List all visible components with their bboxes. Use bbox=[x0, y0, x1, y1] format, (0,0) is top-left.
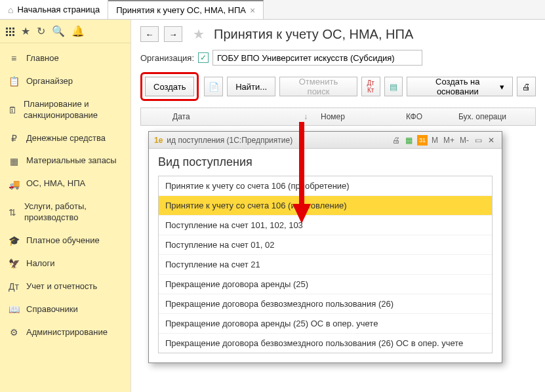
close-icon[interactable]: ✕ bbox=[486, 135, 496, 146]
sidebar-item-icon: 📋 bbox=[8, 76, 20, 87]
create-based-on-button[interactable]: Создать на основании ▾ bbox=[407, 77, 513, 96]
sidebar-item-icon: 🚚 bbox=[8, 179, 20, 189]
create-button[interactable]: Создать bbox=[145, 77, 194, 96]
sidebar-item-icon: 📖 bbox=[8, 304, 20, 315]
modal-titlebar: 1e ид поступления (1С:Предприятие) 🖨 ▦ 3… bbox=[149, 132, 502, 149]
grid-icon[interactable]: ▦ bbox=[404, 135, 414, 146]
sidebar-item[interactable]: 🎓Платное обучение bbox=[0, 229, 131, 252]
minimize-icon[interactable]: ▭ bbox=[473, 135, 483, 146]
organization-label: Организация: bbox=[140, 53, 194, 63]
sidebar-item-icon: 🦅 bbox=[8, 258, 20, 269]
column-kfo[interactable]: КФО bbox=[399, 112, 452, 121]
favorite-star-icon[interactable]: ★ bbox=[193, 26, 205, 42]
sidebar-item-icon: ⚙ bbox=[8, 327, 20, 338]
modal-list-item[interactable]: Прекращение договора безвозмездного поль… bbox=[159, 294, 492, 314]
column-date[interactable]: Дата bbox=[166, 112, 297, 121]
sidebar-item[interactable]: 🚚ОС, НМА, НПА bbox=[0, 172, 131, 195]
modal-list-item[interactable]: Поступление на счет 01, 02 bbox=[159, 235, 492, 255]
sidebar-item[interactable]: 🗓Планирование и санкционирование bbox=[0, 93, 131, 127]
tab-bar: ⌂ Начальная страница Принятия к учету ОС… bbox=[0, 0, 545, 20]
sidebar-item[interactable]: ≡Главное bbox=[0, 47, 131, 70]
sidebar: ★ ↻ 🔍 🔔 ≡Главное📋Органайзер🗓Планирование… bbox=[0, 20, 131, 392]
sidebar-item-label: Учет и отчетность bbox=[26, 281, 97, 292]
cancel-search-button[interactable]: Отменить поиск bbox=[279, 77, 357, 96]
sidebar-item-label: Материальные запасы bbox=[26, 155, 117, 167]
m-plus-button[interactable]: M+ bbox=[442, 136, 456, 145]
copy-button[interactable]: 📄 bbox=[204, 77, 223, 96]
sidebar-item-label: Органайзер bbox=[26, 76, 73, 87]
sidebar-item[interactable]: ₽Денежные средства bbox=[0, 127, 131, 150]
modal-list-item[interactable]: Прекращение договора безвозмездного поль… bbox=[159, 334, 492, 353]
sidebar-item-icon: Дт bbox=[8, 281, 20, 292]
sort-arrow-icon: ↓ bbox=[297, 112, 314, 121]
modal-list-item[interactable]: Прекращение договора аренды (25) ОС в оп… bbox=[159, 314, 492, 334]
calendar-icon[interactable]: 31 bbox=[417, 135, 428, 146]
favorite-icon[interactable]: ★ bbox=[21, 25, 30, 37]
sidebar-item-label: Платное обучение bbox=[26, 235, 100, 246]
tab-home[interactable]: ⌂ Начальная страница bbox=[0, 0, 108, 19]
modal-list-item[interactable]: Принятие к учету со счета 106 (приобрете… bbox=[159, 176, 492, 196]
home-icon: ⌂ bbox=[8, 5, 13, 15]
page-title: Принятия к учету ОС, НМА, НПА bbox=[214, 27, 413, 42]
sidebar-item-icon: 🎓 bbox=[8, 235, 20, 246]
create-button-highlight: Создать bbox=[140, 72, 199, 101]
sidebar-item-icon: ₽ bbox=[8, 133, 20, 144]
sidebar-item-label: Денежные средства bbox=[26, 133, 106, 144]
m-button[interactable]: M bbox=[430, 136, 439, 145]
modal-heading: Вид поступления bbox=[158, 155, 493, 169]
organization-check-icon[interactable]: ✓ bbox=[198, 52, 209, 63]
m-minus-button[interactable]: M- bbox=[458, 136, 470, 145]
sidebar-item-label: Планирование и санкционирование bbox=[24, 99, 123, 121]
sidebar-item-label: Справочники bbox=[26, 304, 78, 315]
app-logo-icon: 1e bbox=[154, 136, 163, 145]
close-icon[interactable]: × bbox=[250, 5, 255, 16]
forward-button[interactable]: → bbox=[164, 26, 182, 42]
sidebar-item-icon: 🗓 bbox=[8, 105, 17, 115]
modal-list-item[interactable]: Поступление на счет 101, 102, 103 bbox=[159, 216, 492, 235]
modal-list-item[interactable]: Поступление на счет 21 bbox=[159, 255, 492, 275]
sidebar-item[interactable]: 🦅Налоги bbox=[0, 252, 131, 275]
sidebar-item[interactable]: 📋Органайзер bbox=[0, 70, 131, 93]
history-icon[interactable]: ↻ bbox=[37, 25, 45, 37]
sidebar-item[interactable]: ДтУчет и отчетность bbox=[0, 275, 131, 298]
print-button[interactable]: 🖨 bbox=[517, 77, 536, 96]
sidebar-item[interactable]: ▦Материальные запасы bbox=[0, 149, 131, 172]
tab-label: Начальная страница bbox=[17, 5, 100, 14]
print-icon[interactable]: 🖨 bbox=[391, 135, 401, 146]
sidebar-item-icon: ≡ bbox=[8, 53, 20, 64]
table-header: Дата ↓ Номер КФО Бух. операци bbox=[140, 108, 536, 126]
modal-dialog: 1e ид поступления (1С:Предприятие) 🖨 ▦ 3… bbox=[148, 131, 502, 363]
organization-input[interactable] bbox=[212, 50, 422, 66]
sidebar-item-label: ОС, НМА, НПА bbox=[26, 178, 85, 189]
sidebar-item-label: Администрирование bbox=[26, 327, 108, 338]
sidebar-item[interactable]: ⚙Администрирование bbox=[0, 321, 131, 344]
apps-icon[interactable] bbox=[5, 27, 14, 36]
sidebar-item-label: Налоги bbox=[26, 258, 55, 269]
modal-list-item[interactable]: Принятие к учету со счета 106 (изготовле… bbox=[159, 196, 492, 216]
sidebar-item-icon: ▦ bbox=[8, 156, 20, 167]
find-button[interactable]: Найти... bbox=[227, 77, 275, 96]
modal-window-title: ид поступления (1С:Предприятие) bbox=[167, 136, 293, 145]
sidebar-item-label: Услуги, работы, производство bbox=[24, 201, 123, 224]
search-icon[interactable]: 🔍 bbox=[52, 25, 65, 37]
modal-list: Принятие к учету со счета 106 (приобрете… bbox=[158, 176, 493, 353]
tab-label: Принятия к учету ОС, НМА, НПА bbox=[116, 5, 246, 15]
dt-kt-button[interactable]: ДтКт bbox=[361, 77, 380, 96]
modal-list-item[interactable]: Прекращение договора аренды (25) bbox=[159, 275, 492, 294]
tab-current[interactable]: Принятия к учету ОС, НМА, НПА × bbox=[108, 0, 264, 19]
sidebar-item-label: Главное bbox=[26, 53, 59, 64]
column-operation[interactable]: Бух. операци bbox=[452, 112, 530, 121]
sidebar-toolbar: ★ ↻ 🔍 🔔 bbox=[0, 20, 131, 43]
sidebar-item[interactable]: ⇅Услуги, работы, производство bbox=[0, 195, 131, 229]
sidebar-item-icon: ⇅ bbox=[8, 207, 18, 218]
column-number[interactable]: Номер bbox=[314, 112, 399, 121]
bell-icon[interactable]: 🔔 bbox=[71, 25, 85, 37]
list-button[interactable]: ▤ bbox=[384, 77, 403, 96]
sidebar-item[interactable]: 📖Справочники bbox=[0, 298, 131, 321]
back-button[interactable]: ← bbox=[140, 26, 159, 42]
